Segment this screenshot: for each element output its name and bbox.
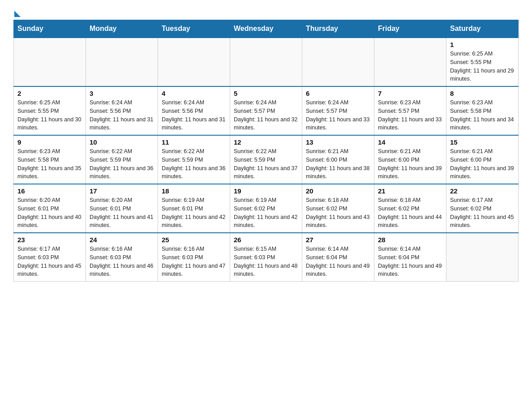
day-info: Sunrise: 6:15 AM Sunset: 6:03 PM Dayligh… — [234, 245, 298, 278]
calendar-week-row: 9Sunrise: 6:23 AM Sunset: 5:58 PM Daylig… — [14, 135, 519, 184]
calendar-cell: 21Sunrise: 6:18 AM Sunset: 6:02 PM Dayli… — [374, 184, 446, 233]
day-info: Sunrise: 6:21 AM Sunset: 6:00 PM Dayligh… — [378, 147, 442, 181]
calendar-table: SundayMondayTuesdayWednesdayThursdayFrid… — [13, 20, 519, 282]
day-number: 7 — [378, 90, 442, 97]
day-number: 14 — [378, 138, 442, 146]
day-info: Sunrise: 6:24 AM Sunset: 5:57 PM Dayligh… — [306, 98, 370, 132]
calendar-cell: 1Sunrise: 6:25 AM Sunset: 5:55 PM Daylig… — [446, 38, 519, 86]
calendar-cell: 11Sunrise: 6:22 AM Sunset: 5:59 PM Dayli… — [158, 135, 230, 184]
calendar-cell — [302, 38, 374, 86]
calendar-cell: 7Sunrise: 6:23 AM Sunset: 5:57 PM Daylig… — [374, 86, 446, 135]
weekday-header-monday: Monday — [86, 20, 158, 38]
day-number: 1 — [450, 41, 515, 48]
day-number: 23 — [17, 236, 82, 244]
day-number: 18 — [162, 187, 226, 195]
day-info: Sunrise: 6:20 AM Sunset: 6:01 PM Dayligh… — [17, 196, 82, 230]
calendar-cell: 25Sunrise: 6:16 AM Sunset: 6:03 PM Dayli… — [158, 233, 230, 282]
calendar-cell: 24Sunrise: 6:16 AM Sunset: 6:03 PM Dayli… — [86, 233, 158, 282]
calendar-cell: 4Sunrise: 6:24 AM Sunset: 5:56 PM Daylig… — [158, 86, 230, 135]
calendar-cell: 10Sunrise: 6:22 AM Sunset: 5:59 PM Dayli… — [86, 135, 158, 184]
day-info: Sunrise: 6:22 AM Sunset: 5:59 PM Dayligh… — [162, 147, 226, 181]
day-info: Sunrise: 6:14 AM Sunset: 6:04 PM Dayligh… — [378, 245, 442, 278]
calendar-header-row: SundayMondayTuesdayWednesdayThursdayFrid… — [14, 20, 519, 38]
day-number: 28 — [378, 236, 442, 244]
calendar-week-row: 1Sunrise: 6:25 AM Sunset: 5:55 PM Daylig… — [14, 38, 519, 86]
day-info: Sunrise: 6:24 AM Sunset: 5:57 PM Dayligh… — [234, 98, 298, 132]
calendar-cell: 27Sunrise: 6:14 AM Sunset: 6:04 PM Dayli… — [302, 233, 374, 282]
day-info: Sunrise: 6:24 AM Sunset: 5:56 PM Dayligh… — [90, 98, 154, 132]
weekday-header-friday: Friday — [374, 20, 446, 38]
day-number: 3 — [90, 90, 154, 97]
day-number: 26 — [234, 236, 298, 244]
calendar-cell: 12Sunrise: 6:22 AM Sunset: 5:59 PM Dayli… — [230, 135, 302, 184]
calendar-week-row: 16Sunrise: 6:20 AM Sunset: 6:01 PM Dayli… — [14, 184, 519, 233]
calendar-cell: 19Sunrise: 6:19 AM Sunset: 6:02 PM Dayli… — [230, 184, 302, 233]
calendar-cell: 5Sunrise: 6:24 AM Sunset: 5:57 PM Daylig… — [230, 86, 302, 135]
day-number: 6 — [306, 90, 370, 97]
logo — [13, 9, 21, 15]
day-number: 27 — [306, 236, 370, 244]
day-number: 8 — [450, 90, 515, 97]
calendar-week-row: 2Sunrise: 6:25 AM Sunset: 5:55 PM Daylig… — [14, 86, 519, 135]
day-number: 17 — [90, 187, 154, 195]
day-number: 9 — [17, 138, 82, 146]
calendar-cell — [230, 38, 302, 86]
calendar-cell: 22Sunrise: 6:17 AM Sunset: 6:02 PM Dayli… — [446, 184, 519, 233]
calendar-cell: 9Sunrise: 6:23 AM Sunset: 5:58 PM Daylig… — [14, 135, 86, 184]
day-info: Sunrise: 6:14 AM Sunset: 6:04 PM Dayligh… — [306, 245, 370, 278]
day-info: Sunrise: 6:17 AM Sunset: 6:03 PM Dayligh… — [17, 245, 82, 278]
weekday-header-thursday: Thursday — [302, 20, 374, 38]
calendar-cell: 14Sunrise: 6:21 AM Sunset: 6:00 PM Dayli… — [374, 135, 446, 184]
calendar-cell: 26Sunrise: 6:15 AM Sunset: 6:03 PM Dayli… — [230, 233, 302, 282]
day-number: 15 — [450, 138, 515, 146]
calendar-cell — [86, 38, 158, 86]
day-info: Sunrise: 6:25 AM Sunset: 5:55 PM Dayligh… — [450, 50, 515, 83]
day-info: Sunrise: 6:17 AM Sunset: 6:02 PM Dayligh… — [450, 196, 515, 230]
page-header — [13, 9, 519, 15]
calendar-cell: 17Sunrise: 6:20 AM Sunset: 6:01 PM Dayli… — [86, 184, 158, 233]
day-info: Sunrise: 6:19 AM Sunset: 6:01 PM Dayligh… — [162, 196, 226, 230]
day-info: Sunrise: 6:22 AM Sunset: 5:59 PM Dayligh… — [234, 147, 298, 181]
day-info: Sunrise: 6:18 AM Sunset: 6:02 PM Dayligh… — [306, 196, 370, 230]
day-info: Sunrise: 6:23 AM Sunset: 5:57 PM Dayligh… — [378, 98, 442, 132]
day-number: 20 — [306, 187, 370, 195]
calendar-cell: 8Sunrise: 6:23 AM Sunset: 5:58 PM Daylig… — [446, 86, 519, 135]
day-info: Sunrise: 6:21 AM Sunset: 6:00 PM Dayligh… — [450, 147, 515, 181]
day-number: 10 — [90, 138, 154, 146]
day-info: Sunrise: 6:20 AM Sunset: 6:01 PM Dayligh… — [90, 196, 154, 230]
day-number: 16 — [17, 187, 82, 195]
calendar-cell: 3Sunrise: 6:24 AM Sunset: 5:56 PM Daylig… — [86, 86, 158, 135]
day-info: Sunrise: 6:21 AM Sunset: 6:00 PM Dayligh… — [306, 147, 370, 181]
day-info: Sunrise: 6:19 AM Sunset: 6:02 PM Dayligh… — [234, 196, 298, 230]
day-number: 22 — [450, 187, 515, 195]
day-number: 19 — [234, 187, 298, 195]
calendar-cell — [158, 38, 230, 86]
day-number: 5 — [234, 90, 298, 97]
calendar-cell: 6Sunrise: 6:24 AM Sunset: 5:57 PM Daylig… — [302, 86, 374, 135]
day-number: 12 — [234, 138, 298, 146]
day-number: 11 — [162, 138, 226, 146]
calendar-cell: 2Sunrise: 6:25 AM Sunset: 5:55 PM Daylig… — [14, 86, 86, 135]
day-info: Sunrise: 6:25 AM Sunset: 5:55 PM Dayligh… — [17, 98, 82, 132]
day-number: 21 — [378, 187, 442, 195]
day-number: 25 — [162, 236, 226, 244]
day-number: 4 — [162, 90, 226, 97]
calendar-cell: 23Sunrise: 6:17 AM Sunset: 6:03 PM Dayli… — [14, 233, 86, 282]
day-number: 2 — [17, 90, 82, 97]
day-info: Sunrise: 6:16 AM Sunset: 6:03 PM Dayligh… — [162, 245, 226, 278]
calendar-cell — [446, 233, 519, 282]
weekday-header-sunday: Sunday — [14, 20, 86, 38]
calendar-cell: 15Sunrise: 6:21 AM Sunset: 6:00 PM Dayli… — [446, 135, 519, 184]
calendar-cell: 28Sunrise: 6:14 AM Sunset: 6:04 PM Dayli… — [374, 233, 446, 282]
calendar-week-row: 23Sunrise: 6:17 AM Sunset: 6:03 PM Dayli… — [14, 233, 519, 282]
weekday-header-wednesday: Wednesday — [230, 20, 302, 38]
calendar-cell: 20Sunrise: 6:18 AM Sunset: 6:02 PM Dayli… — [302, 184, 374, 233]
day-info: Sunrise: 6:16 AM Sunset: 6:03 PM Dayligh… — [90, 245, 154, 278]
day-number: 24 — [90, 236, 154, 244]
day-info: Sunrise: 6:23 AM Sunset: 5:58 PM Dayligh… — [17, 147, 82, 181]
day-info: Sunrise: 6:23 AM Sunset: 5:58 PM Dayligh… — [450, 98, 515, 132]
day-info: Sunrise: 6:22 AM Sunset: 5:59 PM Dayligh… — [90, 147, 154, 181]
calendar-cell — [374, 38, 446, 86]
weekday-header-saturday: Saturday — [446, 20, 519, 38]
calendar-cell: 18Sunrise: 6:19 AM Sunset: 6:01 PM Dayli… — [158, 184, 230, 233]
